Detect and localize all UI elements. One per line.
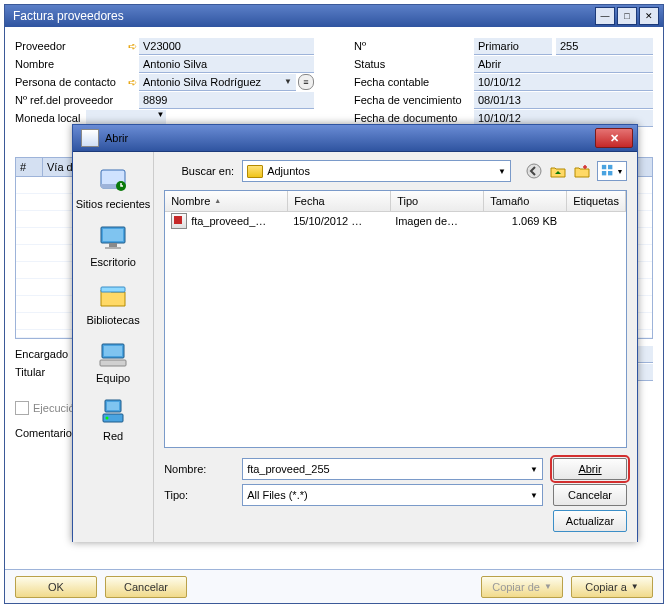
copiar-de-button[interactable]: Copiar de ▼ [481,576,563,598]
svg-point-14 [106,417,109,420]
fecha-cont-field[interactable]: 10/10/12 [474,74,653,91]
bottom-button-bar: OK Cancelar Copiar de ▼ Copiar a ▼ [5,569,663,603]
restore-button[interactable]: □ [617,7,637,25]
svg-rect-19 [608,171,612,175]
col-date[interactable]: Fecha [288,191,391,211]
svg-point-15 [527,164,541,178]
cancel-button[interactable]: Cancelar [105,576,187,598]
no-label: Nº [354,40,474,52]
place-recent[interactable]: Sitios recientes [73,160,153,214]
fecha-venc-label: Fecha de vencimiento [354,94,474,106]
col-name[interactable]: Nombre ▲ [165,191,288,211]
file-name: fta_proveed_… [191,215,266,227]
view-menu-icon[interactable]: ▼ [597,161,627,181]
file-date: 15/10/2012 … [287,215,389,227]
dropdown-icon: ▼ [544,582,552,591]
link-arrow-icon[interactable]: ➪ [125,40,139,53]
folder-icon [247,165,263,178]
proveedor-field[interactable]: V23000 [139,38,314,55]
dropdown-icon[interactable]: ▼ [530,491,538,500]
ref-field[interactable]: 8899 [139,92,314,109]
network-icon [97,396,129,428]
svg-rect-10 [100,360,126,366]
moneda-label: Moneda local [15,112,80,124]
places-bar: Sitios recientes Escritorio Bibliotecas … [73,152,154,542]
dialog-close-button[interactable]: ✕ [595,128,633,148]
place-network[interactable]: Red [73,392,153,446]
libraries-icon [97,280,129,312]
filetype-label: Tipo: [164,489,234,501]
svg-rect-9 [104,346,122,356]
grid-col-rownum[interactable]: # [16,158,43,176]
close-button[interactable]: ✕ [639,7,659,25]
comentarios-label: Comentarios [15,427,77,439]
status-field[interactable]: Abrir [474,56,653,73]
contacto-field[interactable]: Antonio Silva Rodríguez ▼ [139,74,296,91]
svg-rect-7 [101,287,125,292]
lookup-label: Buscar en: [164,165,234,177]
file-list[interactable]: Nombre ▲ Fecha Tipo Tamaño Etiquetas fta… [164,190,627,448]
recent-icon [97,164,129,196]
up-folder-icon[interactable] [549,162,567,180]
file-size: 1.069 KB [481,215,563,227]
status-label: Status [354,58,474,70]
col-size[interactable]: Tamaño [484,191,567,211]
main-title-bar: Factura proveedores — □ ✕ [5,5,663,27]
copiar-a-button[interactable]: Copiar a ▼ [571,576,653,598]
no-type-field[interactable]: Primario [474,38,552,55]
dropdown-icon[interactable]: ▼ [157,110,165,119]
window-controls: — □ ✕ [595,7,659,25]
ref-label: Nº ref.del proveedor [15,94,125,106]
svg-rect-5 [109,243,117,247]
no-value-field[interactable]: 255 [556,38,653,55]
svg-rect-18 [601,171,605,175]
svg-rect-6 [105,247,121,249]
dialog-icon [81,129,99,147]
place-libraries[interactable]: Bibliotecas [73,276,153,330]
svg-rect-4 [103,229,123,241]
place-desktop[interactable]: Escritorio [73,218,153,272]
fecha-venc-field[interactable]: 08/01/13 [474,92,653,109]
image-file-icon [171,213,187,229]
nombre-field[interactable]: Antonio Silva [139,56,314,73]
svg-rect-16 [601,165,605,169]
dropdown-icon[interactable]: ▼ [530,465,538,474]
svg-rect-12 [107,402,119,410]
nombre-label: Nombre [15,58,125,70]
main-window-title: Factura proveedores [13,9,595,23]
back-icon[interactable] [525,162,543,180]
file-row[interactable]: fta_proveed_… 15/10/2012 … Imagen de… 1.… [165,212,626,230]
file-open-dialog: Abrir ✕ Sitios recientes Escritorio [72,124,638,542]
form-right-column: Nº Primario 255 Status Abrir Fecha conta… [354,37,653,127]
link-arrow-icon[interactable]: ➪ [125,76,139,89]
filetype-field[interactable]: All Files (*.*) ▼ [242,484,543,506]
update-button[interactable]: Actualizar [553,510,627,532]
col-tags[interactable]: Etiquetas [567,191,626,211]
desktop-icon [97,222,129,254]
new-folder-icon[interactable] [573,162,591,180]
contact-details-button[interactable]: ≡ [298,74,314,90]
contacto-label: Persona de contacto [15,76,125,88]
ok-button[interactable]: OK [15,576,97,598]
dropdown-icon[interactable]: ▼ [284,74,292,90]
file-type: Imagen de… [389,215,481,227]
svg-rect-17 [608,165,612,169]
minimize-button[interactable]: — [595,7,615,25]
dropdown-icon[interactable]: ▼ [498,167,506,176]
form-left-column: Proveedor ➪ V23000 Nombre Antonio Silva … [15,37,314,127]
filename-field[interactable]: fta_proveed_255 ▼ [242,458,543,480]
dialog-cancel-button[interactable]: Cancelar [553,484,627,506]
dialog-title-bar: Abrir ✕ [73,125,637,152]
proveedor-label: Proveedor [15,40,125,52]
lookup-combo[interactable]: Adjuntos ▼ [242,160,511,182]
place-computer[interactable]: Equipo [73,334,153,388]
filename-label: Nombre: [164,463,234,475]
col-type[interactable]: Tipo [391,191,484,211]
dialog-title: Abrir [105,132,595,144]
dropdown-icon: ▼ [631,582,639,591]
fecha-cont-label: Fecha contable [354,76,474,88]
ejecucion-checkbox[interactable] [15,401,29,415]
open-button[interactable]: Abrir [553,458,627,480]
fecha-doc-label: Fecha de documento [354,112,474,124]
computer-icon [97,338,129,370]
